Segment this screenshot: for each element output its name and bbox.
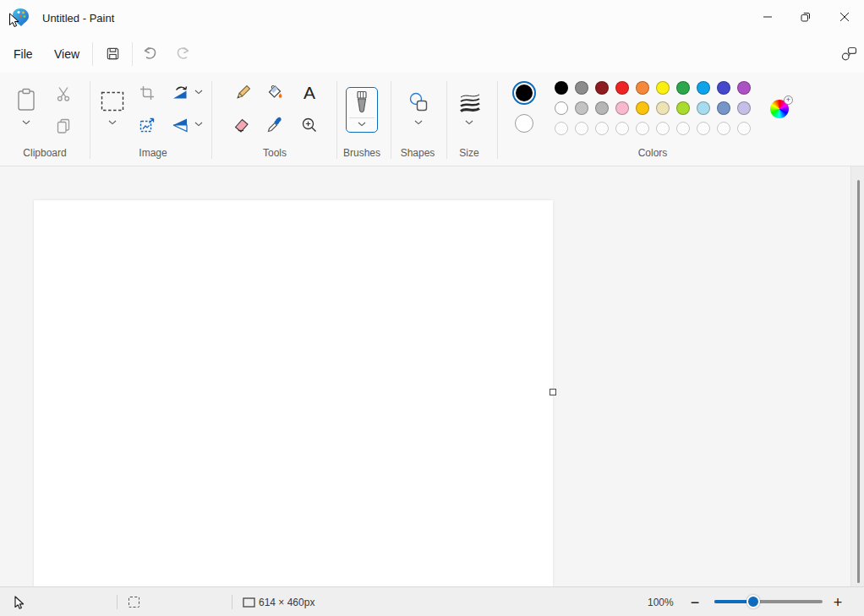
select-dropdown[interactable] <box>103 117 122 128</box>
palette-swatch-empty[interactable] <box>615 122 629 135</box>
palette-swatch-empty[interactable] <box>636 122 649 135</box>
palette-swatch[interactable] <box>717 101 730 115</box>
vertical-scrollbar[interactable] <box>850 166 864 586</box>
palette-swatch[interactable] <box>676 101 690 115</box>
palette-swatch[interactable] <box>737 81 751 95</box>
image-group-label: Image <box>119 147 187 159</box>
shapes-button[interactable] <box>406 90 431 115</box>
canvas-resize-handle-right[interactable] <box>550 389 556 395</box>
clipboard-group-label: Clipboard <box>11 147 79 159</box>
crop-button[interactable] <box>135 82 158 103</box>
ribbon-separator <box>90 81 90 159</box>
palette-swatch-empty[interactable] <box>575 122 588 135</box>
color1-swatch[interactable] <box>512 81 536 105</box>
palette-swatch-empty[interactable] <box>697 122 710 135</box>
palette-swatch[interactable] <box>697 101 710 115</box>
feedback-button[interactable] <box>835 39 862 68</box>
palette-swatch-empty[interactable] <box>595 122 609 135</box>
palette-swatch[interactable] <box>615 101 629 115</box>
palette-swatch[interactable] <box>656 101 670 115</box>
undo-button[interactable] <box>137 40 162 67</box>
brush-box-divider <box>349 117 375 118</box>
save-button[interactable] <box>100 40 125 67</box>
palette-swatch[interactable] <box>595 81 609 95</box>
add-color-plus-icon: + <box>784 95 793 105</box>
zoom-slider[interactable] <box>714 600 823 603</box>
rotate-dropdown[interactable] <box>191 84 206 101</box>
file-menu[interactable]: File <box>5 42 41 66</box>
palette-swatch[interactable] <box>656 81 670 95</box>
titlebar: Untitled - Paint <box>0 0 864 35</box>
palette-row-2 <box>555 101 751 115</box>
view-menu[interactable]: View <box>46 42 88 66</box>
palette-swatch[interactable] <box>676 81 690 95</box>
color1-swatch-inner <box>516 84 533 101</box>
palette-swatch[interactable] <box>595 101 609 115</box>
chevron-down-icon <box>194 122 203 127</box>
statusbar: 614 × 460px 100% − + <box>0 586 864 616</box>
flip-button[interactable] <box>168 114 191 135</box>
palette-swatch[interactable] <box>717 81 730 95</box>
cut-button[interactable] <box>52 83 75 105</box>
paste-button[interactable] <box>10 83 42 117</box>
pencil-tool[interactable] <box>231 82 254 104</box>
rotate-button[interactable] <box>168 82 191 103</box>
palette-swatch-empty[interactable] <box>676 122 690 135</box>
zoom-in-button[interactable]: + <box>826 591 850 614</box>
palette-swatch[interactable] <box>555 101 568 115</box>
scissors-icon <box>55 85 72 102</box>
copy-button[interactable] <box>52 115 75 137</box>
palette-swatch[interactable] <box>555 81 568 95</box>
palette-swatch[interactable] <box>636 81 649 95</box>
fill-bucket-icon <box>265 84 284 102</box>
size-dropdown[interactable] <box>461 117 478 128</box>
text-tool[interactable]: A <box>298 82 321 104</box>
person-feedback-icon <box>840 45 857 62</box>
eyedropper-icon <box>265 116 284 134</box>
brushes-button[interactable] <box>346 87 378 133</box>
resize-button[interactable] <box>135 114 158 135</box>
minimize-button[interactable] <box>748 0 787 34</box>
crop-icon <box>139 84 156 101</box>
window-title: Untitled - Paint <box>42 12 114 25</box>
ribbon-separator <box>497 81 498 159</box>
palette-swatch[interactable] <box>615 81 629 95</box>
chevron-down-icon[interactable] <box>358 122 366 127</box>
color-picker-tool[interactable] <box>263 114 287 136</box>
flip-dropdown[interactable] <box>191 116 206 133</box>
palette-swatch[interactable] <box>575 81 588 95</box>
shapes-dropdown[interactable] <box>410 117 427 128</box>
chevron-down-icon <box>414 120 423 125</box>
magnifier-tool[interactable] <box>298 114 321 136</box>
palette-swatch-empty[interactable] <box>555 122 568 135</box>
palette-swatch-empty[interactable] <box>717 122 730 135</box>
palette-swatch[interactable] <box>636 101 649 115</box>
palette-swatch-empty[interactable] <box>656 122 670 135</box>
drawing-canvas[interactable] <box>34 200 553 586</box>
palette-swatch-empty[interactable] <box>737 122 751 135</box>
colors-group-label: Colors <box>619 147 686 159</box>
restore-button[interactable] <box>786 0 825 34</box>
close-button[interactable] <box>825 0 864 34</box>
size-button[interactable] <box>457 90 483 115</box>
vertical-scrollbar-thumb[interactable] <box>857 180 860 583</box>
palette-swatch[interactable] <box>697 81 710 95</box>
color2-swatch[interactable] <box>515 114 533 133</box>
palette-swatch[interactable] <box>737 101 751 115</box>
cursor-position-icon <box>12 595 25 610</box>
zoom-slider-thumb[interactable] <box>746 595 760 608</box>
palette-row-3 <box>555 122 751 135</box>
select-button[interactable] <box>98 88 127 115</box>
canvas-area <box>0 166 850 586</box>
paint-logo-icon <box>10 8 30 30</box>
palette-swatch[interactable] <box>575 101 588 115</box>
zoom-level-text: 100% <box>648 597 674 608</box>
fill-tool[interactable] <box>263 82 287 104</box>
restore-icon <box>800 11 812 23</box>
eraser-tool[interactable] <box>230 114 254 136</box>
redo-button[interactable] <box>171 40 196 67</box>
paste-dropdown[interactable] <box>17 117 36 128</box>
paint-window: Untitled - Paint File View <box>0 0 864 616</box>
text-tool-glyph: A <box>303 83 315 103</box>
zoom-out-button[interactable]: − <box>683 591 707 614</box>
